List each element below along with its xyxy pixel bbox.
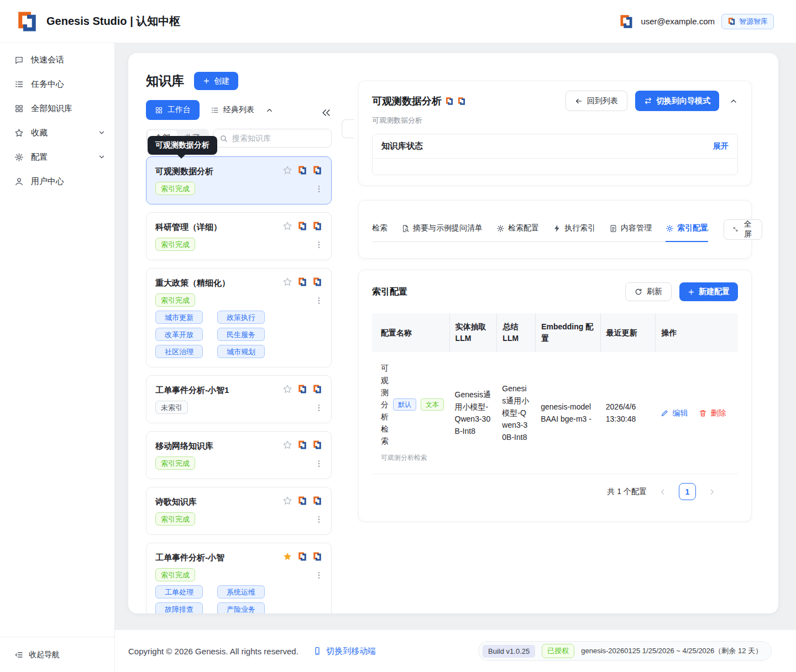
star-icon[interactable] — [282, 440, 292, 450]
sidebar-item-task-center[interactable]: 任务中心 — [0, 72, 114, 96]
clipped-filter-select[interactable] — [342, 119, 354, 138]
more-menu-icon[interactable] — [315, 403, 323, 412]
fullscreen-button[interactable]: 全屏 — [724, 219, 762, 240]
back-to-list-button[interactable]: 回到列表 — [565, 91, 627, 111]
new-config-button[interactable]: 新建配置 — [679, 282, 738, 301]
next-page-icon[interactable] — [708, 488, 716, 496]
brand: Genesis Studio | 认知中枢 — [15, 10, 180, 33]
switch-wizard-mode-button[interactable]: 切换到向导模式 — [635, 91, 719, 111]
col-updated: 最近更新 — [600, 313, 656, 352]
tab-retrieval-config[interactable]: 检索配置 — [496, 217, 539, 242]
org-logo-icon — [727, 17, 736, 25]
sidebar-item-all-kb[interactable]: 全部知识库 — [0, 96, 114, 120]
default-badge: 默认 — [393, 398, 416, 411]
more-menu-icon[interactable] — [315, 185, 323, 193]
index-config-title: 索引配置 — [372, 286, 407, 298]
kb-card-policy[interactable]: 重大政策（精细化） 索引完成 城市更新 政策执行 改革开放 — [146, 268, 332, 368]
more-menu-icon[interactable] — [315, 459, 323, 468]
plus-icon — [688, 288, 695, 296]
tab-content-mgmt[interactable]: 内容管理 — [609, 217, 652, 242]
kb-logo-icon — [312, 496, 322, 506]
chevron-up-icon[interactable] — [265, 106, 274, 114]
tab-classic-list[interactable]: 经典列表 — [211, 105, 254, 115]
tab-index-config[interactable]: 索引配置 — [666, 217, 708, 242]
kb-tag: 产险业务 — [217, 602, 265, 613]
sidebar-item-label: 收藏 — [31, 128, 48, 138]
kb-card-observability[interactable]: 可观测数据分析 可观测数据分析 索引完成 — [146, 156, 332, 204]
prev-page-icon[interactable] — [659, 488, 667, 496]
page-number[interactable]: 1 — [679, 483, 696, 500]
gear-icon — [666, 224, 674, 233]
chevron-up-icon[interactable] — [729, 97, 738, 106]
refresh-button[interactable]: 刷新 — [625, 282, 672, 301]
user-email[interactable]: user@example.com — [641, 17, 715, 26]
tab-workbench[interactable]: 工作台 — [146, 100, 200, 120]
col-entity-llm: 实体抽取 LLM — [449, 313, 497, 352]
org-badge[interactable]: 智源智库 — [721, 14, 774, 29]
pagination-total: 共 1 个配置 — [607, 487, 647, 497]
more-menu-icon[interactable] — [315, 296, 323, 305]
collapse-nav-icon — [14, 650, 23, 659]
tab-summary-questions[interactable]: 摘要与示例提问清单 — [401, 217, 483, 242]
more-menu-icon[interactable] — [315, 240, 323, 249]
kb-logo-icon — [457, 97, 466, 106]
kb-card-title: 移动网络知识库 — [155, 440, 213, 452]
status-badge: 索引完成 — [155, 512, 195, 526]
star-icon[interactable] — [282, 384, 292, 394]
app-title: Genesis Studio | 认知中枢 — [46, 14, 180, 29]
more-menu-icon[interactable] — [315, 515, 323, 524]
collapse-nav-label: 收起导航 — [29, 650, 60, 660]
sidebar-item-user-center[interactable]: 用户中心 — [0, 169, 114, 193]
kb-card-poetry[interactable]: 诗歌知识库 索引完成 — [146, 487, 332, 535]
sidebar-item-settings[interactable]: 配置 — [0, 145, 114, 169]
kb-search-input[interactable] — [232, 134, 326, 143]
kb-tag: 政策执行 — [217, 311, 265, 324]
kb-card-research[interactable]: 科研管理（详细） 索引完成 — [146, 212, 332, 260]
kb-tag: 故障排查 — [155, 602, 203, 613]
kb-tag: 工单处理 — [155, 585, 203, 599]
col-embedding: Embedding 配置 — [535, 313, 600, 352]
refresh-icon — [635, 288, 642, 296]
expand-link[interactable]: 展开 — [713, 141, 729, 151]
star-filled-icon[interactable] — [282, 552, 292, 561]
tab-retrieval[interactable]: 检索 — [372, 217, 387, 242]
edit-button[interactable]: 编辑 — [661, 407, 688, 419]
status-badge: 索引完成 — [155, 182, 195, 195]
tab-run-index[interactable]: 执行索引 — [553, 217, 595, 242]
sidebar-nav: 快速会话 任务中心 全部知识库 收藏 配置 用户中心 — [0, 43, 114, 193]
sidebar-item-favorites[interactable]: 收藏 — [0, 120, 114, 145]
index-config-card: 索引配置 刷新 新建配置 — [358, 270, 752, 522]
star-icon — [14, 128, 24, 138]
user-avatar[interactable] — [619, 14, 634, 29]
more-menu-icon[interactable] — [315, 571, 323, 580]
kb-list-panel: 知识库 创建 工作台 经典列表 — [146, 72, 332, 613]
summary-llm-value: Genesis通用小模型-Qwen3-30B-Int8 — [496, 372, 535, 453]
chevron-down-icon — [98, 129, 106, 136]
status-badge: 索引完成 — [155, 293, 195, 307]
bolt-icon — [553, 224, 561, 233]
kb-logo-icon — [312, 552, 322, 561]
kb-card-mobile-network[interactable]: 移动网络知识库 索引完成 — [146, 431, 332, 479]
create-kb-button[interactable]: 创建 — [194, 72, 238, 90]
collapse-nav-button[interactable]: 收起导航 — [0, 637, 114, 672]
kb-card-title: 可观测数据分析 — [155, 165, 213, 177]
kb-card-ticket1[interactable]: 工单事件分析-小智1 未索引 — [146, 375, 332, 423]
sidebar-item-quick-chat[interactable]: 快速会话 — [0, 48, 114, 72]
kb-card-title: 工单事件分析-小智 — [155, 552, 224, 563]
detail-tabs-card: 检索 摘要与示例提问清单 检索配置 执行索引 — [358, 200, 752, 259]
license-info: genesis-20260125 1/25/2026 ~ 4/25/2026（剩… — [581, 646, 762, 656]
text-badge: 文本 — [421, 398, 444, 411]
search-icon — [219, 134, 228, 143]
switch-mobile-link[interactable]: 切换到移动端 — [313, 646, 376, 657]
chevron-down-icon — [98, 153, 106, 161]
delete-button[interactable]: 删除 — [699, 407, 726, 419]
gear-icon — [14, 153, 24, 162]
star-icon[interactable] — [282, 165, 292, 175]
kb-card-ticket[interactable]: 工单事件分析-小智 索引完成 工单处理 系统运维 故障排查 — [146, 543, 332, 613]
star-icon[interactable] — [282, 496, 292, 506]
collapse-panel-icon[interactable] — [321, 107, 332, 118]
kb-tag: 系统运维 — [217, 585, 265, 599]
star-icon[interactable] — [282, 221, 292, 231]
star-icon[interactable] — [282, 277, 292, 287]
kb-logo-icon — [297, 277, 307, 287]
